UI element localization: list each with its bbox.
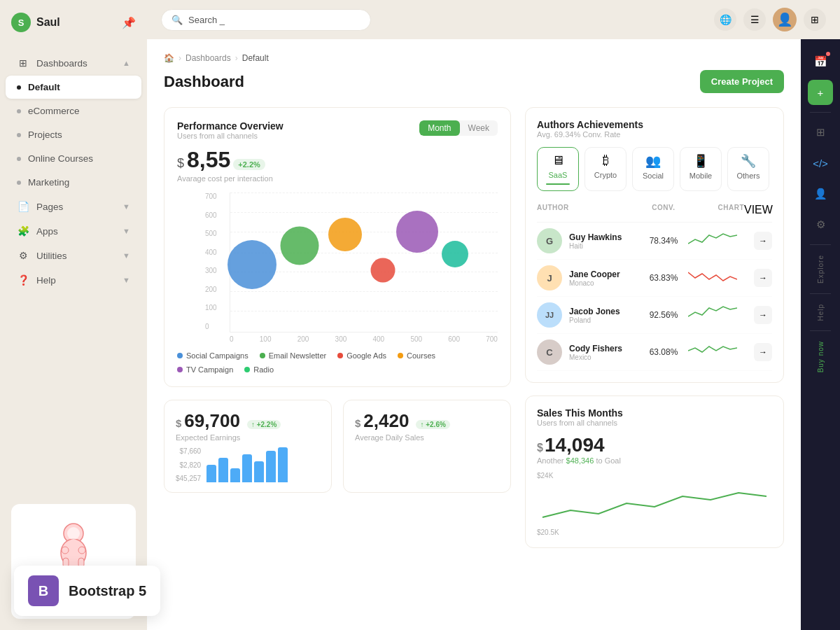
table-header: AUTHOR CONV. CHART VIEW: [537, 201, 772, 223]
x500: 500: [410, 335, 422, 343]
sidebar-item-online-courses[interactable]: Online Courses: [6, 147, 141, 170]
others-icon: 🔧: [741, 153, 756, 169]
bar-7: [278, 447, 288, 482]
expected-earnings-value: $ 69,700 ↑ +2.2%: [176, 410, 320, 432]
code-icon[interactable]: </>: [808, 150, 833, 176]
card-title: Performance Overview: [177, 120, 284, 132]
marketing-label: Marketing: [28, 177, 69, 188]
bar-4: [242, 454, 252, 482]
y0: 0: [205, 323, 230, 330]
ecommerce-label: eCommerce: [28, 106, 80, 116]
dashboard-panel: 🏠 › Dashboards › Default Dashboard Creat…: [147, 39, 801, 630]
user-icon[interactable]: 👤: [808, 181, 833, 206]
sidebar-item-apps[interactable]: 🧩 Apps ▼: [6, 219, 141, 243]
author-chart-guy: [688, 230, 744, 252]
explore-label[interactable]: Explore: [817, 251, 825, 288]
author-name-cody: Cody Fishers: [569, 344, 639, 354]
sidebar-item-help[interactable]: ❓ Help ▼: [6, 268, 141, 292]
bubble-courses: [370, 258, 395, 283]
bar-labels: $7,660 $2,820 $45,257: [176, 447, 204, 482]
author-conv-jane: 63.83%: [639, 273, 688, 283]
view-btn-jacob[interactable]: →: [754, 306, 772, 324]
x400: 400: [373, 335, 385, 343]
page-title: Dashboard: [164, 73, 244, 91]
author-chart-jane: [688, 267, 744, 289]
currency-symbol: $: [177, 156, 184, 171]
saas-label: SaaS: [549, 171, 568, 179]
bar-5: [254, 461, 264, 482]
sidebar-item-projects[interactable]: Projects: [6, 123, 141, 146]
bar-6: [266, 451, 276, 482]
performance-card: Performance Overview Users from all chan…: [164, 107, 511, 387]
pages-icon: 📄: [17, 201, 29, 212]
legend-dot-radio: [244, 367, 250, 372]
expected-earnings-card: $ 69,700 ↑ +2.2% Expected Earnings $7,66…: [164, 400, 332, 493]
author-info-guy: Guy Hawkins Haiti: [569, 232, 639, 250]
grid-icon[interactable]: ⊞: [808, 120, 833, 145]
view-btn-jane[interactable]: →: [754, 269, 772, 287]
bar-label-1: $7,660: [176, 447, 201, 455]
bubble-social: [227, 240, 276, 289]
sidebar-item-pages[interactable]: 📄 Pages ▼: [6, 195, 141, 218]
metric-number: 8,55: [187, 147, 230, 173]
avatar[interactable]: 👤: [773, 8, 797, 31]
card-title-group: Performance Overview Users from all chan…: [177, 120, 284, 140]
rs-gear-icon[interactable]: ⚙: [808, 212, 833, 237]
metric-badge: +2.2%: [233, 159, 265, 170]
help-label[interactable]: Help: [817, 300, 825, 326]
y600: 600: [205, 211, 230, 219]
sidebar-item-utilities[interactable]: ⚙ Utilities ▼: [6, 244, 141, 267]
dot: [17, 109, 21, 113]
sidebar-item-dashboards[interactable]: ⊞ Dashboards ▲: [6, 51, 141, 75]
chart-legend: Social Campaigns Email Newsletter Google…: [177, 351, 498, 374]
svg-point-2: [67, 527, 80, 540]
author-info-jacob: Jacob Jones Poland: [569, 307, 639, 324]
th-chart: CHART: [688, 204, 744, 216]
x100: 100: [260, 335, 272, 343]
calendar-icon[interactable]: 📅: [808, 49, 833, 74]
mobile-label: Mobile: [690, 172, 712, 180]
view-btn-cody[interactable]: →: [754, 343, 772, 361]
dashboard-columns: Performance Overview Users from all chan…: [164, 107, 784, 548]
author-avatar-guy: G: [537, 228, 562, 253]
settings-icon[interactable]: ⊞: [804, 8, 826, 31]
view-btn-guy[interactable]: →: [754, 232, 772, 250]
month-toggle[interactable]: Month: [419, 120, 459, 136]
bar-label-3: $45,257: [176, 475, 201, 482]
cat-social[interactable]: 👥 Social: [632, 147, 674, 191]
sales-goal: Another $48,346 to Goal: [537, 456, 772, 465]
chevron-icon: ▲: [122, 59, 130, 67]
search-input[interactable]: [188, 15, 360, 25]
cat-crypto[interactable]: ₿ Crypto: [584, 147, 626, 191]
create-project-button[interactable]: Create Project: [700, 70, 784, 93]
bar-2: [218, 458, 228, 482]
sidebar-item-default[interactable]: Default: [6, 76, 141, 99]
cat-saas[interactable]: 🖥 SaaS: [537, 147, 579, 191]
sales-amount: $ 14,094: [537, 434, 772, 456]
menu-icon[interactable]: ☰: [743, 8, 766, 31]
legend-tv: TV Campaign: [177, 365, 233, 374]
week-toggle[interactable]: Week: [460, 120, 498, 136]
legend-label-radio: Radio: [253, 365, 274, 374]
cat-mobile[interactable]: 📱 Mobile: [680, 147, 722, 191]
author-loc-jane: Monaco: [569, 279, 639, 287]
notification-icon[interactable]: 🌐: [714, 8, 736, 31]
y-24k: $24K: [537, 472, 553, 479]
author-loc-cody: Mexico: [569, 354, 639, 361]
th-conv: CONV.: [639, 204, 688, 216]
y700: 700: [205, 192, 230, 200]
author-chart-cody: [688, 341, 744, 363]
search-box[interactable]: 🔍: [161, 9, 371, 31]
breadcrumb-dashboards[interactable]: Dashboards: [186, 53, 231, 63]
dot: [17, 133, 21, 137]
sidebar-item-marketing[interactable]: Marketing: [6, 171, 141, 194]
add-icon[interactable]: +: [808, 80, 833, 105]
cat-others[interactable]: 🔧 Others: [727, 147, 769, 191]
help-icon: ❓: [17, 274, 29, 286]
bubble-area: 0 100 200 300 400 500 600 700: [230, 192, 498, 343]
author-conv-guy: 78.34%: [639, 236, 688, 246]
sidebar-item-ecommerce[interactable]: eCommerce: [6, 99, 141, 122]
x200: 200: [298, 335, 309, 343]
bubble-email: [281, 226, 319, 265]
buy-label[interactable]: Buy now: [817, 337, 825, 377]
